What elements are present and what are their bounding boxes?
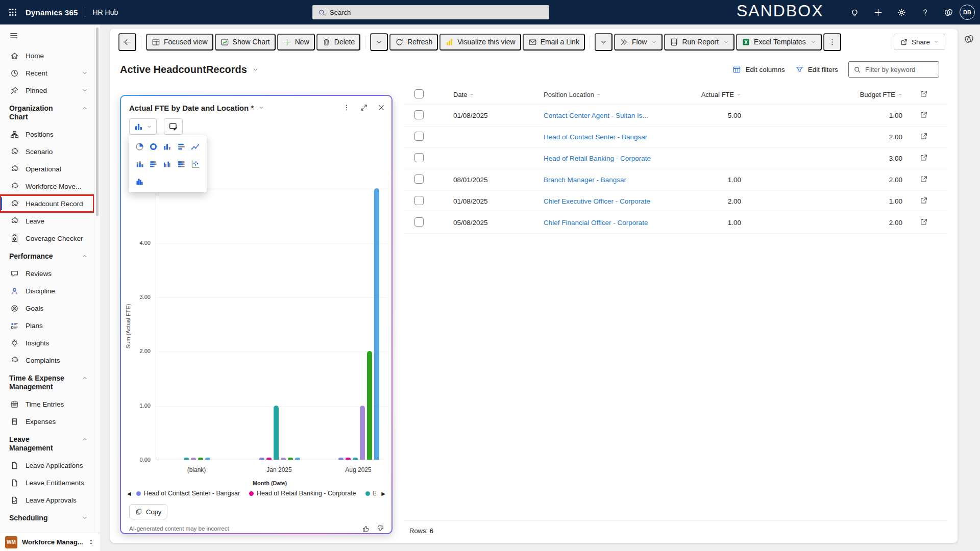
chart-type-column[interactable] <box>161 140 174 153</box>
sidebar-item-coverage-checker[interactable]: Coverage Checker <box>0 230 94 247</box>
sidebar-item-leave-approvals[interactable]: Leave Approvals <box>0 491 94 509</box>
sidebar-item-discipline[interactable]: Discipline <box>0 282 94 299</box>
sidebar-item-positions[interactable]: Positions <box>0 126 94 143</box>
chart-bar[interactable] <box>274 406 279 460</box>
sidebar-item-recent[interactable]: Recent <box>0 64 94 82</box>
chart-type-pie[interactable] <box>133 140 146 153</box>
sidebar-item-scenario[interactable]: Scenario <box>0 143 94 160</box>
sidebar-scrollbar-thumb[interactable] <box>96 28 99 216</box>
row-checkbox[interactable] <box>414 217 424 227</box>
sidebar-item-pinned[interactable]: Pinned <box>0 82 94 99</box>
column-header-budget-fte[interactable]: Budget FTE <box>745 91 912 98</box>
view-selector[interactable]: Active HeadcountRecords <box>120 64 259 76</box>
chart-type-column-clustered[interactable] <box>161 157 174 170</box>
copy-button[interactable]: Copy <box>129 504 167 519</box>
chart-bar[interactable] <box>191 458 196 460</box>
position-location-link[interactable]: Branch Manager - Bangsar <box>544 176 626 184</box>
keyword-filter-box[interactable] <box>848 61 939 78</box>
sidebar-item-leave-entitlements[interactable]: Leave Entitlements <box>0 474 94 491</box>
chart-bar[interactable] <box>281 458 286 460</box>
position-location-link[interactable]: Head of Retail Banking - Corporate <box>544 155 651 162</box>
table-row[interactable]: 01/08/2025Chief Executive Officer - Corp… <box>404 191 947 212</box>
chart-type-line[interactable] <box>189 140 202 153</box>
legend-next-icon[interactable]: ▶ <box>381 491 385 496</box>
sidebar-scrollbar[interactable] <box>94 24 100 533</box>
thumbs-down-icon[interactable] <box>376 524 384 533</box>
external-link-icon[interactable] <box>920 175 928 183</box>
sidebar-item-headcount-record[interactable]: Headcount Record <box>0 195 94 212</box>
visualize-this-view-button[interactable]: Visualize this view <box>439 34 521 51</box>
chart-bar[interactable] <box>259 458 264 460</box>
table-row[interactable]: 01/08/2025Contact Center Agent - Sultan … <box>404 105 947 127</box>
more-commands-button[interactable] <box>595 33 612 51</box>
external-link-icon[interactable] <box>920 132 928 140</box>
row-checkbox[interactable] <box>414 174 424 184</box>
refresh-button[interactable]: Refresh <box>389 34 438 51</box>
excel-templates-button[interactable]: Excel Templates <box>736 34 822 51</box>
sidebar-item-home[interactable]: Home <box>0 47 94 64</box>
select-all-checkbox[interactable] <box>414 89 424 98</box>
user-avatar[interactable]: DB <box>960 5 975 20</box>
external-link-icon[interactable] <box>920 218 928 226</box>
sidebar-item-expenses[interactable]: Expenses <box>0 413 94 430</box>
share-button[interactable]: Share <box>894 34 945 50</box>
keyword-filter-input[interactable] <box>865 66 934 73</box>
chart-bar[interactable] <box>205 458 210 460</box>
close-icon[interactable] <box>377 104 385 112</box>
chart-type-column-stacked[interactable] <box>133 157 146 170</box>
column-header-date[interactable]: Date <box>439 91 536 98</box>
delete-button[interactable]: Delete <box>316 34 360 51</box>
sidebar-item-workforce-move[interactable]: Workforce Move... <box>0 178 94 195</box>
app-name[interactable]: HR Hub <box>92 8 118 16</box>
row-checkbox[interactable] <box>414 153 424 162</box>
global-search-input[interactable] <box>330 9 544 16</box>
gear-icon[interactable] <box>897 8 906 17</box>
sidebar-group-time-expense-management[interactable]: Time & Expense Management <box>0 369 94 395</box>
help-icon[interactable] <box>920 8 930 17</box>
chart-bar[interactable] <box>360 406 365 460</box>
legend-prev-icon[interactable]: ◀ <box>127 491 131 496</box>
sidebar-group-scheduling[interactable]: Scheduling <box>0 509 94 527</box>
chart-bar[interactable] <box>374 188 379 460</box>
sidebar-group-performance[interactable]: Performance <box>0 247 94 265</box>
sidebar-group-organization-chart[interactable]: Organization Chart <box>0 99 94 126</box>
lightbulb-icon[interactable] <box>850 8 860 17</box>
chart-type-scatter[interactable] <box>189 157 202 170</box>
external-link-icon[interactable] <box>920 111 928 119</box>
sidebar-item-operational[interactable]: Operational <box>0 160 94 178</box>
chart-bar[interactable] <box>338 458 344 460</box>
brand-title[interactable]: Dynamics 365 <box>26 8 78 17</box>
overflow-button[interactable] <box>823 33 841 51</box>
chart-bar[interactable] <box>184 458 189 460</box>
table-row[interactable]: 08/01/2025Branch Manager - Bangsar1.002.… <box>404 169 947 191</box>
row-checkbox[interactable] <box>414 132 424 141</box>
sidebar-group-leave-management[interactable]: Leave Management <box>0 430 94 457</box>
copilot-icon[interactable] <box>964 34 974 44</box>
sitemap-toggle-button[interactable] <box>0 24 94 47</box>
edit-filters-button[interactable]: Edit filters <box>795 65 838 74</box>
chart-type-bar-stacked-h[interactable] <box>146 157 160 170</box>
expand-icon[interactable] <box>360 104 368 112</box>
column-header-position-location[interactable]: Position Location <box>536 91 689 98</box>
show-chart-button[interactable]: Show Chart <box>215 34 276 51</box>
app-launcher-button[interactable] <box>4 4 21 21</box>
sidebar-item-complaints[interactable]: Complaints <box>0 352 94 369</box>
position-location-link[interactable]: Contact Center Agent - Sultan Is... <box>544 112 648 119</box>
chart-bar[interactable] <box>367 351 372 460</box>
sidebar-item-time-entries[interactable]: Time Entries <box>0 395 94 413</box>
chart-bar[interactable] <box>198 458 203 460</box>
sidebar-item-leave[interactable]: Leave <box>0 212 94 230</box>
new-button[interactable]: New <box>277 34 315 51</box>
row-checkbox[interactable] <box>414 196 424 205</box>
sidebar-item-reviews[interactable]: Reviews <box>0 265 94 282</box>
table-row[interactable]: Head of Retail Banking - Corporate3.00 <box>404 148 947 169</box>
chart-feedback-button[interactable] <box>164 118 183 135</box>
position-location-link[interactable]: Chief Executive Officer - Corporate <box>544 197 650 205</box>
table-row[interactable]: 05/08/2025Chief Financial Officer - Corp… <box>404 212 947 234</box>
chart-title-selector[interactable]: Actual FTE by Date and Location * <box>129 104 264 112</box>
focused-view-button[interactable]: Focused view <box>146 34 213 51</box>
chart-bar[interactable] <box>266 458 272 460</box>
sidebar-area-switcher[interactable]: WM Workforce Manag... <box>0 533 100 551</box>
delete-more-button[interactable] <box>370 33 388 51</box>
table-row[interactable]: Head of Contact Senter - Bangsar2.00 <box>404 127 947 148</box>
